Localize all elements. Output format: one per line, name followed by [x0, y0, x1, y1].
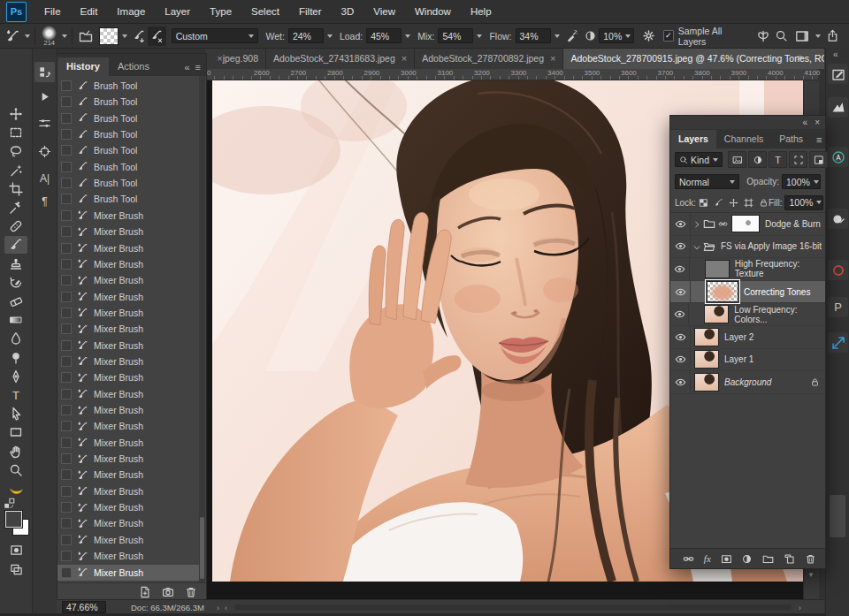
visibility-toggle[interactable]	[670, 349, 691, 371]
load-swatch-dropdown-icon[interactable]	[122, 34, 127, 38]
visibility-toggle[interactable]	[670, 281, 691, 303]
close-tab-icon[interactable]: ×	[217, 53, 222, 64]
history-state-row[interactable]: Mixer Brush	[57, 548, 199, 564]
snapshot-checkbox[interactable]	[61, 453, 72, 464]
menu-item-file[interactable]: File	[34, 6, 71, 17]
document-tab[interactable]: AdobeStock_278700892.jpeg ×	[415, 48, 563, 69]
menu-item-3d[interactable]: 3D	[332, 6, 364, 17]
history-state-row[interactable]: Mixer Brush	[57, 321, 199, 337]
layer-row[interactable]: Dodge & Burn	[670, 213, 825, 236]
layer-name[interactable]: FS via Apply Image 16-bit	[721, 241, 822, 251]
panel-icon-clone-source[interactable]	[34, 141, 55, 162]
tab-paths[interactable]: Paths	[771, 130, 811, 148]
history-state-row[interactable]: Mixer Brush	[57, 289, 199, 305]
history-state-row[interactable]: Mixer Brush	[57, 369, 199, 385]
history-state-row[interactable]: Mixer Brush	[57, 305, 199, 321]
tab-history[interactable]: History	[57, 57, 109, 76]
new-doc-from-state-button[interactable]	[139, 585, 151, 597]
tool-magic-wand[interactable]	[4, 162, 27, 179]
layer-row[interactable]: Layer 1	[670, 349, 825, 372]
menu-item-type[interactable]: Type	[200, 6, 241, 17]
brush-settings-panel-toggle[interactable]	[77, 27, 95, 46]
load-brush-after-stroke-toggle[interactable]	[130, 27, 148, 46]
status-menu-arrow-icon[interactable]: ›	[217, 603, 219, 612]
new-layer-button[interactable]	[784, 552, 795, 565]
history-state-row[interactable]: Mixer Brush	[57, 565, 199, 581]
history-state-row[interactable]: Brush Tool	[57, 142, 199, 158]
dock-icon-red-ring[interactable]	[828, 260, 848, 280]
panel-icon-paragraph[interactable]: ¶	[34, 191, 55, 211]
smoothing-toggle[interactable]	[581, 27, 599, 46]
lock-pixels-button[interactable]	[714, 197, 723, 209]
snapshot-checkbox[interactable]	[61, 96, 72, 107]
add-mask-button[interactable]	[721, 552, 732, 565]
snapshot-checkbox[interactable]	[61, 259, 72, 270]
snapshot-checkbox[interactable]	[61, 340, 72, 351]
snapshot-checkbox[interactable]	[61, 421, 72, 431]
dock-icon-blue-tool[interactable]	[828, 332, 848, 353]
history-state-row[interactable]: Mixer Brush	[57, 354, 199, 369]
sample-all-layers-checkbox[interactable]: ✓	[663, 30, 674, 42]
history-state-row[interactable]: Mixer Brush	[57, 240, 199, 256]
snapshot-checkbox[interactable]	[61, 551, 72, 561]
fill-field[interactable]: 100%	[784, 195, 823, 210]
history-state-row[interactable]: Brush Tool	[57, 110, 199, 126]
snapshot-checkbox[interactable]	[61, 535, 72, 545]
tool-eyedropper[interactable]	[4, 199, 27, 217]
history-state-row[interactable]: Mixer Brush	[57, 418, 199, 434]
history-state-row[interactable]: Brush Tool	[57, 94, 199, 110]
panel-icon-character[interactable]: A|	[34, 168, 55, 188]
group-button[interactable]	[762, 552, 774, 565]
delete-button[interactable]	[805, 552, 816, 565]
layer-row[interactable]: Background	[670, 371, 825, 394]
visibility-toggle[interactable]	[670, 371, 691, 393]
snapshot-checkbox[interactable]	[61, 356, 72, 367]
snapshot-checkbox[interactable]	[61, 129, 72, 140]
history-state-row[interactable]: Brush Tool	[57, 159, 199, 175]
tool-marquee[interactable]	[4, 124, 27, 141]
visibility-toggle[interactable]	[670, 236, 691, 258]
snapshot-checkbox[interactable]	[61, 518, 72, 529]
dock-icon-bird[interactable]	[828, 97, 848, 118]
dock-icon-sphere[interactable]	[828, 209, 848, 229]
layer-name[interactable]: High Frequency: Texture	[735, 259, 825, 278]
visibility-toggle[interactable]	[670, 258, 690, 280]
document-tab[interactable]: AdobeStock_278700915.jpeg @ 47.6% (Corre…	[563, 48, 824, 69]
tool-path-select[interactable]	[4, 405, 27, 422]
layer-name[interactable]: Low Frequency: Colors...	[734, 305, 825, 324]
filter-adjustment-layers-button[interactable]	[748, 151, 767, 168]
history-state-row[interactable]: Mixer Brush	[57, 256, 199, 272]
layer-style-fx-button[interactable]: fx	[704, 553, 711, 564]
close-tab-icon[interactable]: ×	[402, 53, 407, 64]
layer-thumbnail[interactable]	[705, 260, 730, 278]
snapshot-checkbox[interactable]	[61, 194, 72, 204]
collapse-panel-icon[interactable]: «	[184, 62, 189, 72]
quick-mask-button[interactable]	[4, 541, 27, 559]
history-state-row[interactable]: Mixer Brush	[57, 386, 199, 402]
history-state-row[interactable]: Mixer Brush	[57, 402, 199, 418]
tab-actions[interactable]: Actions	[109, 57, 158, 76]
menu-item-window[interactable]: Window	[405, 6, 461, 17]
snapshot-checkbox[interactable]	[61, 372, 72, 383]
layer-thumbnail[interactable]	[694, 373, 719, 392]
history-state-row[interactable]: Mixer Brush	[57, 338, 199, 354]
tool-preset-dropdown-icon[interactable]	[25, 34, 30, 38]
snapshot-checkbox[interactable]	[61, 308, 72, 318]
dock-collapse-icon[interactable]: «	[833, 49, 838, 59]
snapshot-checkbox[interactable]	[61, 210, 72, 221]
hscroll-left-icon[interactable]: ‹	[225, 603, 227, 612]
history-state-row[interactable]: Mixer Brush	[57, 224, 199, 240]
snapshot-checkbox[interactable]	[61, 162, 72, 172]
current-brush-load-swatch[interactable]	[99, 27, 119, 45]
tool-lasso[interactable]	[4, 142, 27, 160]
camera-snapshot-button[interactable]	[162, 585, 174, 597]
layer-row[interactable]: Layer 2	[670, 326, 825, 349]
history-state-row[interactable]: Brush Tool	[57, 78, 199, 94]
panel-icon-history[interactable]	[34, 62, 55, 82]
visibility-toggle[interactable]	[670, 303, 689, 325]
horizontal-scrollbar[interactable]	[234, 605, 792, 610]
snapshot-checkbox[interactable]	[61, 486, 72, 497]
snapshot-checkbox[interactable]	[61, 469, 72, 480]
history-state-row[interactable]: Mixer Brush	[57, 272, 199, 288]
visibility-toggle[interactable]	[670, 326, 691, 348]
